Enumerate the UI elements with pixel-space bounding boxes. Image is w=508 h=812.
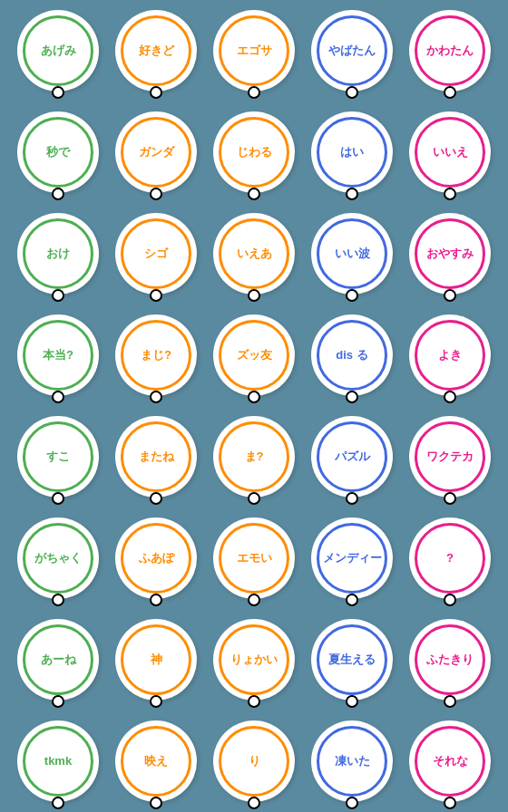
bubble-label: 神 <box>151 652 162 667</box>
list-item[interactable]: エモい <box>209 509 299 607</box>
list-item[interactable]: エゴサ <box>209 2 299 100</box>
list-item[interactable]: dis る <box>307 306 397 404</box>
list-item[interactable]: じわる <box>209 103 299 201</box>
list-item[interactable]: まじ? <box>111 306 201 404</box>
bubble-label: 映え <box>144 754 168 768</box>
list-item[interactable]: ? <box>405 509 495 607</box>
list-item[interactable]: ふたきり <box>405 611 495 709</box>
bubble-label: 凍いた <box>335 754 370 768</box>
list-item[interactable]: ま? <box>209 408 299 506</box>
list-item[interactable]: ワクテカ <box>405 408 495 506</box>
bubble-label: tkmk <box>44 754 72 768</box>
bubble-label: それな <box>433 754 468 768</box>
bubble-label: あーね <box>41 652 76 667</box>
bubble-label: ふたきり <box>426 652 474 667</box>
bubble-label: パズル <box>335 450 370 464</box>
list-item[interactable]: 凍いた <box>307 712 397 810</box>
bubble-label: ズッ友 <box>237 348 272 362</box>
bubble-label: いえあ <box>237 246 272 261</box>
bubble-label: メンディー <box>323 551 382 566</box>
bubble-label: かわたん <box>426 44 474 58</box>
list-item[interactable]: 映え <box>111 712 201 810</box>
bubble-label: 秒で <box>46 145 70 160</box>
list-item[interactable]: いえあ <box>209 205 299 303</box>
bubble-label: おやすみ <box>426 246 474 261</box>
list-item[interactable]: やばたん <box>307 2 397 100</box>
bubble-label: エモい <box>237 551 272 566</box>
bubble-label: りょかい <box>230 652 278 667</box>
list-item[interactable]: それな <box>405 712 495 810</box>
list-item[interactable]: がちゃく <box>13 509 103 607</box>
bubble-label: はい <box>340 145 364 160</box>
list-item[interactable]: り <box>209 712 299 810</box>
list-item[interactable]: 夏生える <box>307 611 397 709</box>
bubble-label: エゴサ <box>237 44 272 58</box>
list-item[interactable]: ズッ友 <box>209 306 299 404</box>
list-item[interactable]: またね <box>111 408 201 506</box>
bubble-label: まじ? <box>141 348 171 362</box>
bubble-label: じわる <box>237 145 272 160</box>
bubble-label: 夏生える <box>328 652 376 667</box>
list-item[interactable]: あげみ <box>13 2 103 100</box>
bubble-label: がちゃく <box>34 551 82 566</box>
bubble-label: り <box>249 754 260 768</box>
bubble-label: ふあぽ <box>139 551 174 566</box>
list-item[interactable]: ガンダ <box>111 103 201 201</box>
list-item[interactable]: 秒で <box>13 103 103 201</box>
bubble-label: ま? <box>245 450 264 464</box>
list-item[interactable]: よき <box>405 306 495 404</box>
list-item[interactable]: ふあぽ <box>111 509 201 607</box>
bubble-label: またね <box>139 450 174 464</box>
list-item[interactable]: はい <box>307 103 397 201</box>
bubble-label: シゴ <box>144 246 168 261</box>
bubble-label: あげみ <box>41 44 76 58</box>
bubble-label: よき <box>438 348 462 362</box>
list-item[interactable]: tkmk <box>13 712 103 810</box>
list-item[interactable]: おやすみ <box>405 205 495 303</box>
list-item[interactable]: いいえ <box>405 103 495 201</box>
emoji-grid: あげみ好きどエゴサやばたんかわたん秒でガンダじわるはいいいえおけシゴいえあいい波… <box>5 0 503 812</box>
bubble-label: ワクテカ <box>426 450 474 464</box>
bubble-label: dis る <box>336 348 367 362</box>
list-item[interactable]: かわたん <box>405 2 495 100</box>
list-item[interactable]: 本当? <box>13 306 103 404</box>
list-item[interactable]: おけ <box>13 205 103 303</box>
list-item[interactable]: いい波 <box>307 205 397 303</box>
list-item[interactable]: 好きど <box>111 2 201 100</box>
bubble-label: おけ <box>46 246 70 261</box>
bubble-label: 本当? <box>43 348 73 362</box>
list-item[interactable]: 神 <box>111 611 201 709</box>
list-item[interactable]: シゴ <box>111 205 201 303</box>
list-item[interactable]: メンディー <box>307 509 397 607</box>
bubble-label: ? <box>446 551 454 566</box>
list-item[interactable]: あーね <box>13 611 103 709</box>
bubble-label: 好きど <box>139 44 174 58</box>
bubble-label: いいえ <box>433 145 468 160</box>
list-item[interactable]: パズル <box>307 408 397 506</box>
list-item[interactable]: すこ <box>13 408 103 506</box>
list-item[interactable]: りょかい <box>209 611 299 709</box>
bubble-label: すこ <box>46 450 70 464</box>
bubble-label: ガンダ <box>139 145 174 160</box>
bubble-label: いい波 <box>335 246 370 261</box>
bubble-label: やばたん <box>328 44 376 58</box>
